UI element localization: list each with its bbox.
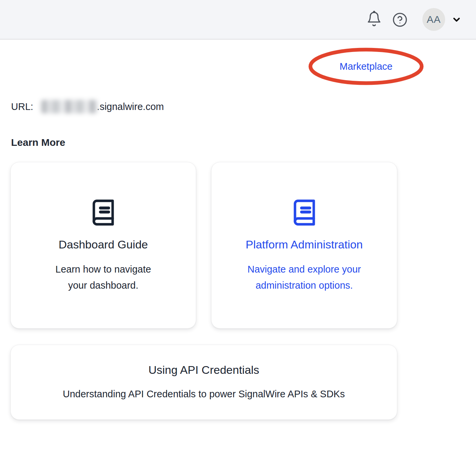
chevron-down-icon [451, 15, 463, 24]
bell-icon [366, 10, 382, 27]
help-button[interactable] [392, 12, 408, 27]
card-platform-administration[interactable]: Platform Administration Navigate and exp… [211, 162, 397, 329]
topbar: AA [0, 0, 476, 40]
avatar-initials: AA [427, 14, 441, 25]
account-menu-button[interactable] [450, 14, 463, 25]
marketplace-link[interactable]: Marketplace [309, 61, 423, 72]
notifications-button[interactable] [366, 10, 382, 27]
card-dashboard-guide[interactable]: Dashboard Guide Learn how to navigate yo… [10, 162, 196, 329]
help-icon [392, 12, 408, 27]
card-title: Platform Administration [212, 238, 397, 251]
card-title: Dashboard Guide [11, 238, 196, 251]
card-subtitle: Understanding API Credentials to power S… [36, 386, 371, 402]
card-subtitle: Learn how to navigate your dashboard. [47, 261, 160, 293]
card-subtitle: Navigate and explore your administration… [238, 261, 371, 293]
book-icon [290, 198, 318, 227]
book-icon [89, 198, 117, 227]
signalwire-dashboard-page: AA Marketplace URL: .signalwire.com Lear… [0, 0, 476, 462]
avatar[interactable]: AA [422, 8, 445, 31]
project-url: URL: .signalwire.com [11, 99, 164, 114]
section-heading-learn-more: Learn More [11, 137, 65, 148]
url-label: URL: [11, 101, 33, 112]
card-title: Using API Credentials [11, 363, 397, 377]
card-using-api-credentials[interactable]: Using API Credentials Understanding API … [10, 345, 397, 420]
url-domain: .signalwire.com [97, 101, 164, 112]
url-subdomain-redacted [41, 100, 98, 113]
